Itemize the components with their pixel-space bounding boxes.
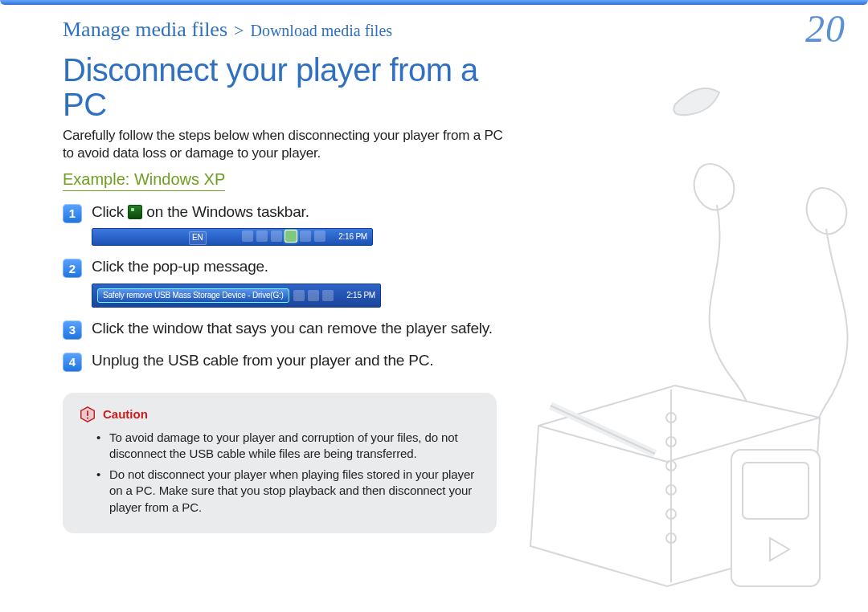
decorative-illustration [490, 72, 868, 602]
safely-remove-hardware-icon [128, 205, 142, 219]
caution-label: Caution [103, 407, 148, 421]
page-top-accent [0, 0, 868, 5]
tray-icon [293, 290, 305, 301]
svg-point-6 [666, 509, 676, 519]
step-text-before: Click [92, 203, 128, 220]
steps-list: 1 Click on the Windows taskbar. EN [63, 202, 513, 372]
breadcrumb-level-1: Manage media files [63, 18, 227, 41]
svg-point-5 [666, 485, 676, 495]
svg-rect-1 [87, 417, 88, 418]
caution-item: To avoid damage to your player and corru… [109, 430, 481, 463]
step-3: 3 Click the window that says you can rem… [63, 319, 513, 340]
page-number: 20 [805, 6, 845, 51]
tray-icon [256, 231, 268, 242]
breadcrumb: Manage media files > Download media file… [63, 18, 392, 42]
svg-point-7 [666, 533, 676, 543]
step-4: 4 Unplug the USB cable from your player … [63, 351, 513, 372]
tray-icon [314, 231, 326, 242]
windows-taskbar-screenshot: EN 2:16 PM [92, 228, 373, 246]
tray-icon-highlighted [285, 231, 297, 242]
tray-icon [271, 231, 282, 242]
step-text: Click the window that says you can remov… [92, 319, 493, 338]
breadcrumb-separator: > [234, 20, 244, 40]
svg-point-2 [666, 413, 676, 422]
step-number-badge: 1 [63, 204, 82, 223]
svg-point-4 [666, 461, 676, 471]
example-label: Example: Windows XP [63, 170, 225, 191]
taskbar-lang-indicator: EN [189, 231, 207, 245]
tray-icon [322, 290, 334, 301]
tray-icon [242, 231, 253, 242]
breadcrumb-level-2: Download media files [250, 22, 392, 39]
caution-box: Caution To avoid damage to your player a… [63, 393, 497, 533]
intro-text: Carefully follow the steps below when di… [63, 127, 513, 162]
step-number-badge: 4 [63, 353, 82, 372]
taskbar-tray-icons [293, 290, 334, 301]
step-2: 2 Click the pop-up message. Safely remov… [63, 257, 513, 307]
caution-item: Do not disconnect your player when playi… [109, 467, 481, 516]
svg-point-3 [666, 437, 676, 447]
taskbar-clock: 2:16 PM [338, 232, 367, 243]
taskbar-clock: 2:15 PM [346, 291, 375, 301]
taskbar-tray-icons [242, 231, 326, 242]
tray-icon [308, 290, 319, 301]
step-text: Click the pop-up message. [92, 258, 268, 275]
svg-rect-9 [743, 463, 809, 519]
step-1: 1 Click on the Windows taskbar. EN [63, 202, 513, 246]
windows-taskbar-popup-screenshot: Safely remove USB Mass Storage Device - … [92, 284, 381, 308]
step-text-after: on the Windows taskbar. [146, 203, 309, 220]
svg-rect-0 [87, 410, 88, 415]
tray-icon [300, 231, 311, 242]
caution-icon [79, 406, 96, 423]
page-title: Disconnect your player from a PC [63, 53, 513, 122]
step-number-badge: 3 [63, 320, 82, 340]
step-text: Unplug the USB cable from your player an… [92, 351, 433, 370]
safely-remove-tooltip: Safely remove USB Mass Storage Device - … [97, 288, 289, 303]
svg-rect-8 [731, 450, 820, 586]
step-number-badge: 2 [63, 259, 82, 278]
